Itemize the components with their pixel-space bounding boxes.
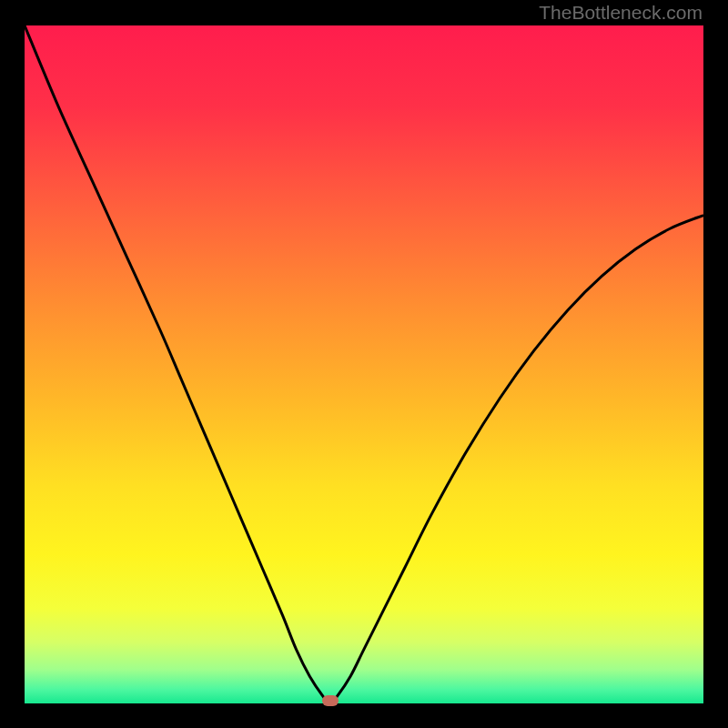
- bottleneck-curve: [25, 25, 703, 703]
- optimal-point-marker: [322, 695, 339, 706]
- plot-area: [25, 25, 703, 703]
- attribution-text: TheBottleneck.com: [539, 2, 703, 24]
- chart-frame: TheBottleneck.com: [0, 0, 728, 728]
